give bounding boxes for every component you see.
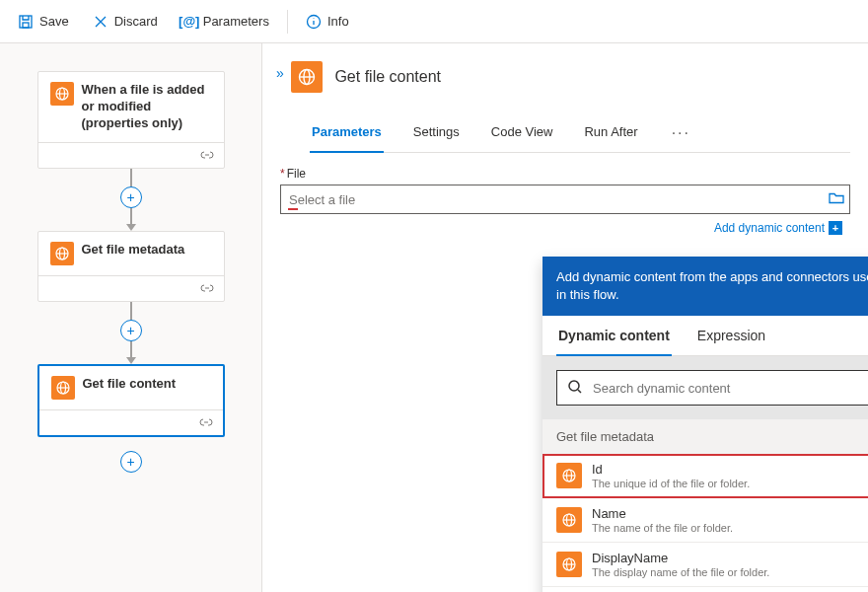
search-box[interactable]: [556, 370, 868, 406]
save-label: Save: [39, 14, 69, 29]
results-list[interactable]: Get file metadata See more Id The unique…: [542, 419, 868, 592]
flow-canvas: When a file is added or modified (proper…: [0, 43, 261, 592]
popup-banner-text: Add dynamic content from the apps and co…: [556, 268, 868, 304]
action-card-metadata[interactable]: Get file metadata: [37, 231, 225, 302]
info-button[interactable]: Info: [296, 8, 359, 36]
action-title: Get file metadata: [82, 242, 185, 259]
action-card-content[interactable]: Get file content: [37, 364, 225, 437]
sharepoint-icon: [51, 376, 75, 400]
command-bar: Save Discard [@] Parameters Info: [0, 0, 868, 43]
action-title: Get file content: [83, 376, 177, 393]
tab-parameters[interactable]: Parameters: [310, 116, 384, 152]
search-input[interactable]: [593, 381, 868, 396]
tab-overflow[interactable]: ···: [668, 116, 694, 152]
discard-label: Discard: [114, 14, 158, 29]
link-icon: [199, 415, 213, 430]
detail-tabs: Parameters Settings Code View Run After …: [310, 116, 850, 153]
link-icon: [200, 148, 214, 163]
tab-settings[interactable]: Settings: [411, 116, 462, 152]
result-desc: The name of the file or folder.: [592, 522, 733, 534]
toolbar-separator: [287, 10, 288, 34]
svg-rect-1: [23, 23, 29, 28]
save-button[interactable]: Save: [8, 8, 79, 36]
detail-panel: » Get file content Parameters Settings C…: [261, 43, 868, 592]
sharepoint-icon: [50, 242, 74, 265]
svg-point-11: [569, 381, 579, 391]
tab-dynamic-content[interactable]: Dynamic content: [556, 316, 672, 355]
discard-button[interactable]: Discard: [83, 8, 168, 36]
discard-icon: [93, 14, 108, 30]
result-group-header: Get file metadata See more: [542, 419, 868, 454]
file-input[interactable]: [280, 185, 850, 214]
result-title: DisplayName: [592, 551, 769, 565]
parameters-icon: [@]: [181, 14, 197, 30]
detail-title: Get file content: [334, 68, 441, 86]
sharepoint-icon: [291, 61, 323, 93]
folder-picker-icon[interactable]: [829, 191, 844, 208]
add-step-button[interactable]: +: [120, 320, 142, 341]
add-step-button[interactable]: +: [120, 186, 142, 208]
svg-rect-0: [20, 16, 32, 28]
tab-expression[interactable]: Expression: [695, 316, 767, 355]
result-item-name[interactable]: Name The name of the file or folder.: [542, 498, 868, 543]
parameters-button[interactable]: [@] Parameters: [172, 8, 279, 36]
parameters-label: Parameters: [203, 14, 269, 29]
tab-run-after[interactable]: Run After: [582, 116, 639, 152]
connector-line: [130, 302, 132, 320]
plus-icon: +: [829, 221, 842, 235]
result-item-path[interactable]: Path The path of the file or folder.: [542, 587, 868, 592]
add-dynamic-content-link[interactable]: Add dynamic content +: [714, 221, 842, 235]
result-desc: The unique id of the file or folder.: [592, 478, 750, 489]
link-icon: [200, 281, 214, 296]
save-icon: [18, 14, 34, 30]
tab-code-view[interactable]: Code View: [489, 116, 555, 152]
result-title: Name: [592, 506, 733, 521]
sharepoint-icon: [50, 82, 74, 106]
sharepoint-icon: [556, 463, 582, 488]
connector-line: [130, 169, 132, 186]
collapse-icon[interactable]: »: [272, 61, 288, 85]
add-step-button[interactable]: +: [120, 451, 142, 473]
result-item-displayname[interactable]: DisplayName The display name of the file…: [542, 543, 868, 587]
arrow-icon: [126, 224, 136, 231]
result-title: Id: [592, 462, 750, 477]
result-desc: The display name of the file or folder.: [592, 566, 769, 578]
result-item-id[interactable]: Id The unique id of the file or folder.: [542, 454, 868, 498]
sharepoint-icon: [556, 507, 582, 533]
info-icon: [306, 14, 322, 30]
action-card-trigger[interactable]: When a file is added or modified (proper…: [37, 71, 225, 169]
action-title: When a file is added or modified (proper…: [82, 82, 212, 132]
arrow-icon: [126, 357, 136, 364]
info-label: Info: [327, 14, 349, 29]
search-icon: [567, 379, 583, 398]
input-cursor: [288, 208, 298, 210]
file-field-label: *File: [280, 167, 850, 181]
dynamic-content-popup: Add dynamic content from the apps and co…: [542, 257, 868, 592]
sharepoint-icon: [556, 552, 582, 577]
